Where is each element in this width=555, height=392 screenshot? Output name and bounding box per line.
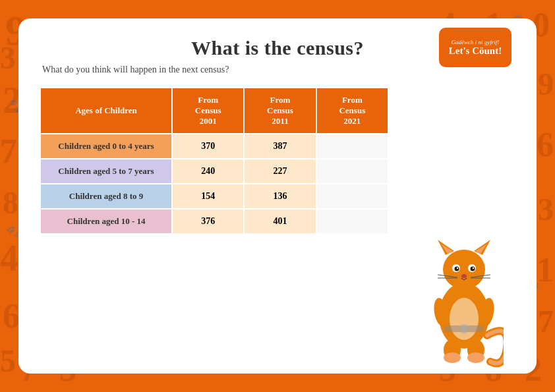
census-2021-value [316, 209, 388, 234]
census-2011-value: 227 [244, 159, 316, 184]
svg-point-9 [471, 267, 475, 271]
census-2021-value [316, 134, 388, 159]
table-row: Children aged 8 to 9154136 [40, 184, 388, 209]
col-header-2021: FromCensus2021 [316, 88, 388, 134]
data-table-wrapper: Ages of Children FromCensus2001 FromCens… [40, 87, 389, 235]
census-2021-value [316, 159, 388, 184]
logo-line2: Let's Cöunt! [449, 45, 502, 57]
row-label: Children aged 0 to 4 years [40, 134, 172, 159]
svg-point-22 [444, 352, 461, 363]
census-2021-value [316, 184, 388, 209]
svg-point-1 [443, 250, 485, 289]
col-header-2001: FromCensus2001 [172, 88, 244, 134]
svg-point-12 [461, 274, 467, 278]
census-table: Ages of Children FromCensus2001 FromCens… [40, 87, 389, 235]
census-2001-value: 370 [172, 134, 244, 159]
row-label: Children aged 5 to 7 years [40, 159, 172, 184]
row-label: Children aged 8 to 9 [40, 184, 172, 209]
census-2001-value: 154 [172, 184, 244, 209]
svg-point-17 [450, 298, 479, 340]
census-2001-value: 376 [172, 209, 244, 234]
svg-rect-25 [461, 324, 467, 333]
census-2001-value: 240 [172, 159, 244, 184]
table-header-row: Ages of Children FromCensus2001 FromCens… [40, 88, 388, 134]
table-row: Children aged 0 to 4 years370387 [40, 134, 388, 159]
row-label: Children aged 10 - 14 [40, 209, 172, 234]
main-card: Gadëwch i ni gyfrif! Let's Cöunt! What i… [18, 18, 537, 374]
col-header-2011: FromCensus2011 [244, 88, 316, 134]
logo-line1: Gadëwch i ni gyfrif! [452, 39, 500, 45]
census-2011-value: 387 [244, 134, 316, 159]
svg-point-8 [455, 267, 459, 271]
content-area: Ages of Children FromCensus2001 FromCens… [40, 87, 515, 235]
census-2011-value: 136 [244, 184, 316, 209]
svg-point-23 [467, 352, 484, 363]
table-row: Children aged 5 to 7 years240227 [40, 159, 388, 184]
census-2011-value: 401 [244, 209, 316, 234]
col-header-ages: Ages of Children [40, 88, 172, 134]
cat-illustration [424, 204, 504, 349]
logo-badge: Gadëwch i ni gyfrif! Let's Cöunt! [439, 28, 511, 67]
svg-point-10 [457, 267, 458, 269]
svg-point-11 [473, 267, 474, 269]
table-row: Children aged 10 - 14376401 [40, 209, 388, 234]
